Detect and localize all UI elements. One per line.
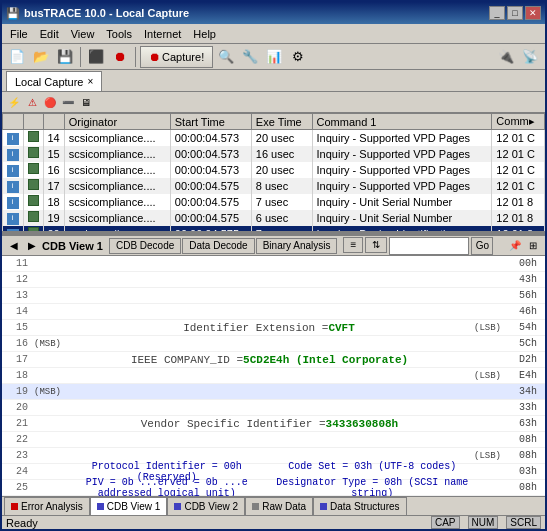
tb-right-1[interactable]: 🔌 xyxy=(495,46,517,68)
capture-button[interactable]: ⏺ Capture! xyxy=(140,46,213,68)
cdb-hex-value: 63h xyxy=(505,418,541,429)
row-icon-col: i xyxy=(3,162,24,178)
grid-icon-5[interactable]: 🖥 xyxy=(78,94,94,110)
cdb-data-row[interactable]: 15 Identifier Extension =CVFT (LSB) 54h xyxy=(2,320,545,336)
separator-2 xyxy=(135,47,136,67)
stop-button[interactable]: ⬛ xyxy=(85,46,107,68)
cdb-tab-binary[interactable]: Binary Analysis xyxy=(256,238,338,254)
cdb-hex-value: 03h xyxy=(505,466,541,477)
row-exe-time: 8 usec xyxy=(251,178,312,194)
cdb-go-button[interactable]: Go xyxy=(471,237,493,255)
cdb-line-num: 13 xyxy=(6,290,34,301)
cdb-data-row[interactable]: 14 46h xyxy=(2,304,545,320)
cdb-tab-data-decode-label: Data Decode xyxy=(189,240,247,251)
local-capture-tab[interactable]: Local Capture × xyxy=(6,71,102,91)
cdb-line-num: 12 xyxy=(6,274,34,285)
cdb-data-row[interactable]: 21 Vendor Specific Identifier =343363080… xyxy=(2,416,545,432)
tb-right-2[interactable]: 📡 xyxy=(519,46,541,68)
cdb-data-row[interactable]: 11 00h xyxy=(2,256,545,272)
cdb-hex-value: 34h xyxy=(505,386,541,397)
cdb-search-input[interactable] xyxy=(389,237,469,255)
record-button[interactable]: ⏺ xyxy=(109,46,131,68)
cdb-data-row[interactable]: 13 56h xyxy=(2,288,545,304)
cdb-hex-value: 5Ch xyxy=(505,338,541,349)
cdb-list-icon[interactable]: ≡ xyxy=(343,237,363,253)
row-command: Inquiry - Supported VPD Pages xyxy=(312,162,492,178)
menu-help[interactable]: Help xyxy=(187,26,222,42)
menu-edit[interactable]: Edit xyxy=(34,26,65,42)
cdb-pin-icon[interactable]: 📌 xyxy=(507,238,523,254)
grid-icon-2[interactable]: ⚠ xyxy=(24,94,40,110)
table-row[interactable]: i 18 scsicompliance.... 00:00:04.575 7 u… xyxy=(3,194,545,210)
cdb-title-text: CDB View 1 xyxy=(42,240,103,252)
bottom-tab-data-structures[interactable]: Data Structures xyxy=(313,497,406,515)
separator-1 xyxy=(80,47,81,67)
bottom-tab-cdb-view-2[interactable]: CDB View 2 xyxy=(167,497,245,515)
row-icon-col: i xyxy=(3,146,24,162)
minimize-button[interactable]: _ xyxy=(489,6,505,20)
scrl-indicator: SCRL xyxy=(506,516,541,529)
row-start-time: 00:00:04.575 xyxy=(170,226,251,235)
table-row[interactable]: i 20 scsicompliance.... 00:00:04.575 7 u… xyxy=(3,226,545,235)
row-comm: 12 01 C xyxy=(492,146,545,162)
cdb-hex-value: 33h xyxy=(505,402,541,413)
cdb-content: 11 00h 12 43h 13 56h 14 46h 15 Identifie… xyxy=(2,256,545,496)
window-title: busTRACE 10.0 - Local Capture xyxy=(24,7,189,19)
menu-file[interactable]: File xyxy=(4,26,34,42)
cdb-data-row[interactable]: 12 43h xyxy=(2,272,545,288)
capture-label: Capture! xyxy=(162,51,204,63)
table-row[interactable]: i 15 scsicompliance.... 00:00:04.573 16 … xyxy=(3,146,545,162)
cdb-float-icon[interactable]: ⊞ xyxy=(525,238,541,254)
cdb-tab-data-decode[interactable]: Data Decode xyxy=(182,238,254,254)
new-button[interactable]: 📄 xyxy=(6,46,28,68)
cap-indicator: CAP xyxy=(431,516,460,529)
cdb-back-icon[interactable]: ◀ xyxy=(6,238,22,254)
table-row[interactable]: i 14 scsicompliance.... 00:00:04.573 20 … xyxy=(3,130,545,146)
bottom-tab-raw-data[interactable]: Raw Data xyxy=(245,497,313,515)
save-button[interactable]: 💾 xyxy=(54,46,76,68)
menu-bar: File Edit View Tools Internet Help xyxy=(2,24,545,44)
close-button[interactable]: ✕ xyxy=(525,6,541,20)
bottom-tab-label: CDB View 1 xyxy=(107,501,161,512)
bottom-tab-cdb-view-1[interactable]: CDB View 1 xyxy=(90,497,168,515)
cdb-data-row[interactable]: 22 08h xyxy=(2,432,545,448)
grid-icon-4[interactable]: ➖ xyxy=(60,94,76,110)
cdb-content-text: Vendor Specific Identifier =3433630808h xyxy=(64,418,475,430)
cdb-data-row[interactable]: 16 (MSB) 5Ch xyxy=(2,336,545,352)
tb-extra-3[interactable]: 📊 xyxy=(263,46,285,68)
col-start-time: Start Time xyxy=(170,114,251,130)
tb-extra-2[interactable]: 🔧 xyxy=(239,46,261,68)
menu-tools[interactable]: Tools xyxy=(100,26,138,42)
cdb-sort-icon[interactable]: ⇅ xyxy=(365,237,387,253)
tb-extra-1[interactable]: 🔍 xyxy=(215,46,237,68)
cdb-panel: ◀ ▶ CDB View 1 CDB Decode Data Decode Bi… xyxy=(2,236,545,496)
menu-view[interactable]: View xyxy=(65,26,101,42)
cdb-data-row[interactable]: 18 (LSB) E4h xyxy=(2,368,545,384)
open-button[interactable]: 📂 xyxy=(30,46,52,68)
cdb-data-row[interactable]: 20 33h xyxy=(2,400,545,416)
menu-internet[interactable]: Internet xyxy=(138,26,187,42)
col-icon1 xyxy=(3,114,24,130)
cdb-data-row[interactable]: 19 (MSB) 34h xyxy=(2,384,545,400)
bottom-tab-error-analysis[interactable]: Error Analysis xyxy=(4,497,90,515)
maximize-button[interactable]: □ xyxy=(507,6,523,20)
tb-extra-4[interactable]: ⚙ xyxy=(287,46,309,68)
row-originator: scsicompliance.... xyxy=(64,226,170,235)
cdb-tab-cdb-decode[interactable]: CDB Decode xyxy=(109,238,181,254)
tab-close-icon[interactable]: × xyxy=(88,76,94,87)
grid-icon-3[interactable]: 🔴 xyxy=(42,94,58,110)
table-row[interactable]: i 16 scsicompliance.... 00:00:04.573 20 … xyxy=(3,162,545,178)
cdb-fwd-icon[interactable]: ▶ xyxy=(24,238,40,254)
cdb-data-row[interactable]: 25 PIV = 0b ...erved = 0b ...e addressed… xyxy=(2,480,545,496)
row-start-time: 00:00:04.573 xyxy=(170,162,251,178)
grid-icon-1[interactable]: ⚡ xyxy=(6,94,22,110)
cdb-data-row[interactable]: 17 IEEE COMPANY_ID =5CD2E4h (Intel Corpo… xyxy=(2,352,545,368)
row-exe-time: 7 usec xyxy=(251,226,312,235)
lsb-label: (LSB) xyxy=(474,323,501,333)
col-command1: Command 1 xyxy=(312,114,492,130)
table-row[interactable]: i 19 scsicompliance.... 00:00:04.575 6 u… xyxy=(3,210,545,226)
table-row[interactable]: i 17 scsicompliance.... 00:00:04.575 8 u… xyxy=(3,178,545,194)
cdb-hex-value: E4h xyxy=(505,370,541,381)
row-start-time: 00:00:04.575 xyxy=(170,210,251,226)
row-command: Inquiry - Unit Serial Number xyxy=(312,194,492,210)
